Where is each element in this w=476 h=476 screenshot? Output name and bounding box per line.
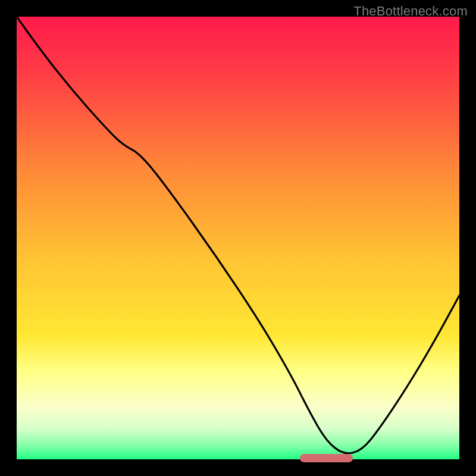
chart-frame: TheBottleneck.com: [0, 0, 476, 476]
optimum-marker: [300, 454, 353, 462]
bottleneck-curve: [17, 17, 459, 459]
plot-area: [17, 17, 459, 459]
